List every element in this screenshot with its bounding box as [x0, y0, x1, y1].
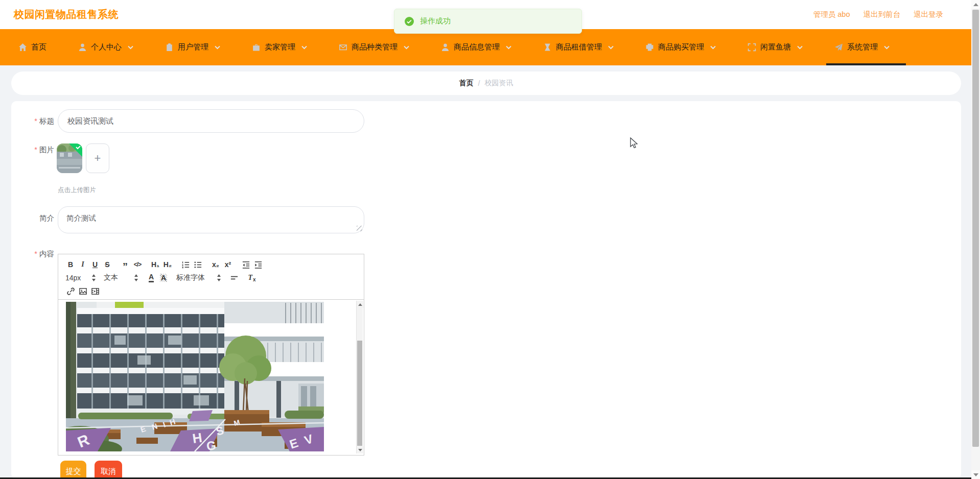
picker-arrows-icon [91, 274, 96, 281]
clear-format-button[interactable]: Tx [246, 272, 258, 284]
bold-button[interactable]: B [64, 258, 77, 271]
editor-content-area[interactable]: R E N I H H S M G E V [58, 300, 364, 454]
title-input[interactable] [58, 109, 364, 133]
breadcrumb-separator: / [478, 79, 480, 87]
send-icon [834, 43, 843, 52]
exit-to-front-link[interactable]: 退出到前台 [864, 10, 901, 19]
editor-scroll-down-button[interactable] [357, 446, 363, 453]
outdent-icon [242, 260, 250, 269]
page-scroll-down-button[interactable] [971, 470, 980, 479]
font-family-picker[interactable]: 标准字体 [175, 273, 222, 282]
nav-item-seller-mgmt[interactable]: 卖家管理 [251, 29, 308, 65]
editor-scrollbar[interactable] [356, 301, 363, 453]
editor-toolbar: B I U S ” </> H₁ H₂ x₂ x² [58, 254, 364, 300]
svg-text:G: G [206, 438, 217, 451]
chevron-down-icon [404, 45, 409, 50]
bullet-list-button[interactable] [192, 258, 204, 271]
insert-video-button[interactable] [89, 285, 101, 297]
home-icon [18, 43, 27, 52]
cancel-button[interactable]: 取消 [95, 461, 122, 479]
image-icon [79, 287, 87, 296]
paragraph-style-picker[interactable]: 文本 [103, 273, 139, 282]
logout-link[interactable]: 退出登录 [914, 10, 943, 19]
subscript-button[interactable]: x₂ [209, 258, 222, 271]
image-field-label: *图片 [20, 143, 54, 156]
triangle-down-icon [973, 473, 978, 476]
align-picker[interactable] [228, 272, 240, 284]
font-size-picker[interactable]: 14px [64, 274, 97, 282]
mail-icon [339, 43, 347, 52]
nav-item-goods-rent-mgmt[interactable]: 商品租借管理 [542, 29, 615, 65]
chevron-down-icon [301, 45, 307, 50]
success-toast: 操作成功 [394, 9, 582, 34]
breadcrumb-current: 校园资讯 [484, 79, 513, 88]
upload-hint: 点击上传图片 [58, 186, 96, 195]
chevron-down-icon [215, 45, 220, 50]
news-form-panel: *标题 *图片 + 点击上传图片 简介 *内容 [11, 101, 961, 479]
add-image-button[interactable]: + [86, 143, 109, 173]
page-scroll-up-button[interactable] [971, 0, 980, 9]
nav-item-idle-pond[interactable]: 闲置鱼塘 [746, 29, 804, 65]
editor-scroll-up-button[interactable] [357, 301, 363, 308]
badge-check-icon [75, 144, 81, 150]
nav-item-system-mgmt[interactable]: 系统管理 [833, 29, 891, 65]
printer-icon [645, 43, 654, 52]
check-circle-icon [405, 17, 414, 26]
insert-link-button[interactable] [64, 285, 77, 297]
code-block-button[interactable]: </> [131, 258, 144, 271]
header-2-button[interactable]: H₂ [161, 258, 174, 271]
intro-field-label: 简介 [20, 213, 54, 223]
chevron-down-icon [797, 45, 803, 50]
indent-icon [254, 260, 263, 269]
blockquote-button[interactable]: ” [119, 258, 131, 271]
underline-button[interactable]: U [89, 258, 101, 271]
ordered-list-icon [181, 260, 190, 269]
app-title: 校园闲置物品租售系统 [14, 0, 119, 29]
chevron-down-icon [710, 45, 716, 50]
chevron-down-icon [128, 45, 133, 50]
picker-arrows-icon [134, 274, 138, 281]
uploaded-image-thumbnail[interactable] [57, 143, 82, 173]
nav-item-goods-info-mgmt[interactable]: 商品信息管理 [440, 29, 512, 65]
rich-text-editor: B I U S ” </> H₁ H₂ x₂ x² [58, 254, 364, 456]
main-nav: 首页 个人中心 用户管理 卖家管理 商品种类管理 商品信息管理 [0, 29, 971, 65]
nav-item-category-mgmt[interactable]: 商品种类管理 [338, 29, 410, 65]
header-1-button[interactable]: H₁ [149, 258, 161, 271]
nav-item-home[interactable]: 首页 [17, 29, 48, 65]
breadcrumb-home[interactable]: 首页 [459, 79, 474, 88]
insert-image-button[interactable] [77, 285, 89, 297]
indent-button[interactable] [252, 258, 264, 271]
clipboard-icon [165, 43, 174, 52]
scan-icon [748, 43, 756, 52]
title-field-label: *标题 [20, 109, 54, 133]
hourglass-icon [543, 43, 552, 52]
nav-item-goods-buy-mgmt[interactable]: 商品购买管理 [644, 29, 717, 65]
ordered-list-button[interactable] [179, 258, 192, 271]
person-icon [441, 43, 450, 52]
page-scrollbar-thumb[interactable] [972, 10, 979, 447]
triangle-up-icon [973, 3, 978, 6]
outdent-button[interactable] [240, 258, 252, 271]
submit-button[interactable]: 提交 [60, 461, 86, 479]
user-icon [78, 43, 87, 52]
text-color-button[interactable]: A [145, 272, 157, 284]
highlight-color-button[interactable]: A [157, 272, 170, 284]
page-scrollbar[interactable] [971, 0, 980, 479]
video-icon [91, 287, 100, 296]
intro-textarea[interactable] [58, 206, 364, 233]
editor-scrollbar-thumb[interactable] [357, 341, 362, 446]
strikethrough-button[interactable]: S [101, 258, 113, 271]
admin-user-label[interactable]: 管理员 abo [813, 10, 850, 19]
nav-item-user-mgmt[interactable]: 用户管理 [164, 29, 221, 65]
triangle-down-icon [358, 449, 362, 451]
italic-button[interactable]: I [77, 258, 89, 271]
nav-item-personal-center[interactable]: 个人中心 [77, 29, 134, 65]
triangle-up-icon [358, 303, 362, 306]
content-field-label: *内容 [20, 249, 54, 259]
superscript-button[interactable]: x² [222, 258, 234, 271]
picker-arrows-icon [217, 274, 221, 281]
chevron-down-icon [884, 45, 890, 50]
align-icon [230, 274, 239, 282]
campus-courtyard-photo: R E N I H H S M G E V [66, 302, 324, 451]
bullet-list-icon [194, 260, 202, 269]
